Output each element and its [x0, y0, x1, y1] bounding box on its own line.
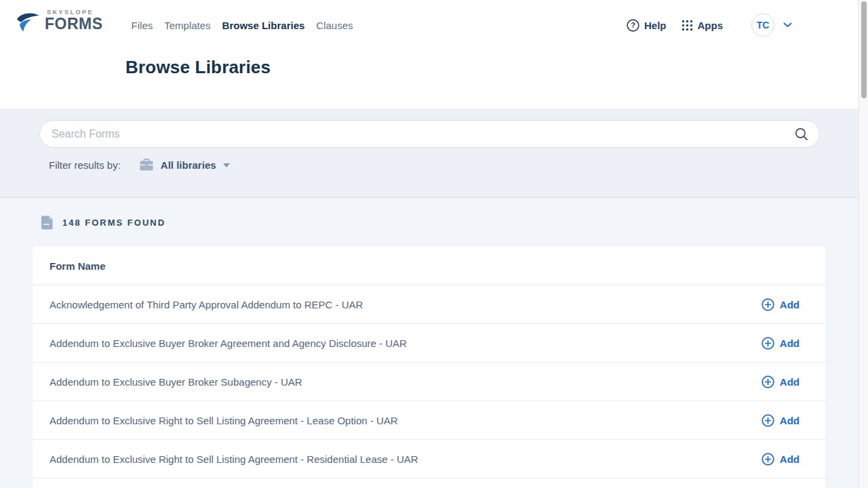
add-button-label: Add: [780, 338, 800, 349]
add-circle-icon: [762, 298, 774, 311]
main-nav: FilesTemplatesBrowse LibrariesClauses: [132, 20, 365, 31]
avatar[interactable]: TC: [751, 14, 774, 37]
top-bar: SKYSLOPE FORMS FilesTemplatesBrowse Libr…: [0, 0, 868, 49]
apps-grid-icon: [682, 20, 693, 31]
form-name: Addendum to Exclusive Right to Sell List…: [50, 415, 398, 426]
add-button[interactable]: Add: [762, 375, 800, 388]
add-button-label: Add: [780, 453, 800, 465]
add-button-label: Add: [780, 376, 800, 388]
nav-item-browse-libraries[interactable]: Browse Libraries: [222, 20, 305, 31]
form-name: Addendum to Exclusive Buyer Broker Subag…: [50, 376, 302, 388]
add-button[interactable]: Add: [762, 414, 800, 427]
filter-selected-value: All libraries: [161, 159, 216, 171]
form-name: Acknowledgement of Third Party Approval …: [50, 299, 363, 310]
add-button[interactable]: Add: [762, 453, 800, 466]
add-circle-icon: [762, 375, 774, 388]
chevron-down-icon[interactable]: [783, 22, 792, 28]
scrollbar-thumb[interactable]: [861, 1, 867, 98]
page-title: Browse Libraries: [125, 57, 868, 78]
table-row: Addendum to Exclusive Right to Sell List…: [33, 401, 825, 440]
forms-found-count: 148 FORMS FOUND: [62, 218, 165, 228]
results-section: 148 FORMS FOUND Form Name Acknowledgemen…: [0, 198, 868, 488]
column-header-form-name: Form Name: [50, 260, 106, 272]
search-section: Filter results by: All libraries: [0, 108, 868, 198]
nav-item-files[interactable]: Files: [132, 20, 153, 31]
table-row: Acknowledgement of Third Party Approval …: [33, 285, 825, 324]
table-row: Addendum to Exclusive Buyer Broker Subag…: [33, 363, 825, 401]
vertical-scrollbar[interactable]: [859, 0, 868, 488]
table-header-row: Form Name: [33, 247, 825, 285]
caret-down-icon: [223, 163, 230, 167]
nav-item-templates[interactable]: Templates: [164, 20, 210, 31]
table-row: Addendum to Exclusive Right to Sell List…: [33, 440, 825, 479]
forms-table: Form Name Acknowledgement of Third Party…: [33, 247, 825, 488]
add-button[interactable]: Add: [762, 337, 800, 350]
search-input[interactable]: [39, 120, 820, 148]
app-window: SKYSLOPE FORMS FilesTemplatesBrowse Libr…: [0, 0, 868, 488]
search-icon[interactable]: [795, 127, 808, 144]
library-filter-dropdown[interactable]: All libraries: [140, 159, 230, 171]
document-icon: [41, 216, 54, 230]
nav-item-clauses[interactable]: Clauses: [316, 20, 353, 31]
add-circle-icon: [762, 337, 774, 350]
skyslope-swoosh-icon: [15, 9, 43, 40]
add-circle-icon: [762, 453, 774, 466]
apps-label: Apps: [698, 20, 724, 31]
add-button-label: Add: [780, 299, 800, 310]
form-name: Addendum to Exclusive Buyer Broker Agree…: [50, 338, 407, 349]
help-icon: ?: [627, 19, 639, 32]
apps-button[interactable]: Apps: [682, 20, 724, 31]
table-row-partial: [33, 479, 825, 488]
table-body: Acknowledgement of Third Party Approval …: [33, 285, 825, 479]
svg-text:?: ?: [631, 21, 635, 29]
table-row: Addendum to Exclusive Buyer Broker Agree…: [33, 324, 825, 363]
user-menu[interactable]: TC: [751, 14, 792, 37]
filter-label: Filter results by:: [49, 159, 121, 171]
help-button[interactable]: ? Help: [627, 19, 667, 32]
help-label: Help: [644, 20, 667, 31]
briefcase-icon: [140, 159, 153, 171]
app-header: SKYSLOPE FORMS FilesTemplatesBrowse Libr…: [0, 0, 868, 108]
add-button[interactable]: Add: [762, 298, 800, 311]
form-name: Addendum to Exclusive Right to Sell List…: [50, 453, 418, 465]
brand-name-bottom: FORMS: [45, 16, 103, 32]
add-button-label: Add: [780, 415, 800, 426]
add-circle-icon: [762, 414, 774, 427]
skyslope-forms-logo[interactable]: SKYSLOPE FORMS: [15, 9, 103, 40]
